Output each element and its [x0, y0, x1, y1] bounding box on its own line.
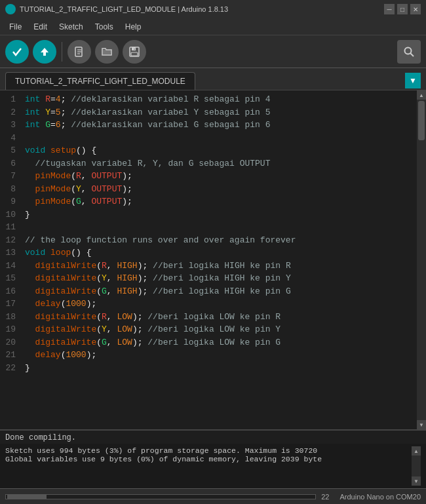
line-num-8: 8 [3, 183, 16, 196]
menu-bar: File Edit Sketch Tools Help [0, 18, 426, 35]
line-num-11: 11 [3, 221, 16, 234]
svg-line-10 [410, 53, 414, 56]
scroll-thumb[interactable] [418, 101, 425, 140]
output-scroll-up[interactable]: ▲ [412, 446, 421, 456]
output-log-text: Sketch uses 994 bytes (3%) of program st… [5, 446, 412, 486]
line-num-15: 15 [3, 272, 16, 285]
minimize-button[interactable]: ─ [384, 4, 395, 14]
save-icon [128, 46, 140, 58]
menu-help[interactable]: Help [120, 21, 147, 33]
line-num-7: 7 [3, 170, 16, 183]
line-num-9: 9 [3, 195, 16, 208]
output-log: Sketch uses 994 bytes (3%) of program st… [0, 444, 426, 488]
output-area: Done compiling. Sketch uses 994 bytes (3… [0, 429, 426, 488]
checkmark-icon [11, 46, 23, 58]
app-icon [5, 4, 16, 14]
title-bar: TUTORIAL_2_TRAFFIC_LIGHT_LED_MODULE | Ar… [0, 0, 426, 18]
output-scroll-down[interactable]: ▼ [412, 476, 421, 486]
status-line-number: 22 [321, 493, 329, 501]
status-bar: 22 Arduino Nano on COM20 [0, 488, 426, 504]
line-num-19: 19 [3, 323, 16, 336]
line-num-18: 18 [3, 311, 16, 324]
title-bar-text: TUTORIAL_2_TRAFFIC_LIGHT_LED_MODULE | Ar… [20, 5, 380, 13]
line-num-6: 6 [3, 157, 16, 170]
line-num-16: 16 [3, 285, 16, 298]
upload-button[interactable] [33, 40, 56, 64]
line-num-12: 12 [3, 234, 16, 247]
output-line-1: Sketch uses 994 bytes (3%) of program st… [5, 446, 412, 455]
svg-rect-7 [131, 52, 138, 56]
open-button[interactable] [95, 40, 119, 64]
new-file-icon [73, 46, 85, 58]
output-scrollbar[interactable]: ▲ ▼ [412, 446, 421, 486]
line-num-17: 17 [3, 298, 16, 311]
line-num-1: 1 [3, 93, 16, 106]
line-num-3: 3 [3, 119, 16, 132]
save-button[interactable] [123, 40, 146, 64]
scroll-down-button[interactable]: ▼ [417, 420, 426, 429]
tab-main[interactable]: TUTORIAL_2_TRAFFIC_LIGHT_LED_MODULE [5, 72, 195, 90]
toolbar-separator-1 [62, 42, 62, 62]
maximize-button[interactable]: □ [397, 4, 408, 14]
upload-arrow-icon [39, 46, 50, 58]
svg-marker-0 [41, 48, 48, 56]
line-num-2: 2 [3, 106, 16, 119]
line-num-5: 5 [3, 144, 16, 157]
tab-bar: TUTORIAL_2_TRAFFIC_LIGHT_LED_MODULE ▼ [0, 68, 426, 90]
window-controls: ─ □ ✕ [384, 4, 421, 14]
line-numbers: 1 2 3 4 5 6 7 8 9 10 11 12 13 14 15 16 1… [0, 90, 20, 429]
menu-edit[interactable]: Edit [28, 21, 52, 33]
code-editor[interactable]: int R=4; //deklarasikan variabel R sebag… [20, 90, 417, 429]
status-board-info: Arduino Nano on COM20 [339, 493, 421, 501]
line-num-22: 22 [3, 362, 16, 375]
output-line-2: Global variables use 9 bytes (0%) of dyn… [5, 455, 412, 463]
toolbar [0, 35, 426, 68]
svg-rect-6 [132, 47, 136, 50]
line-num-14: 14 [3, 260, 16, 273]
line-num-20: 20 [3, 336, 16, 349]
line-num-4: 4 [3, 132, 16, 145]
scroll-up-button[interactable]: ▲ [417, 90, 426, 100]
output-status: Done compiling. [0, 431, 426, 444]
search-button[interactable] [397, 40, 421, 64]
menu-sketch[interactable]: Sketch [54, 21, 88, 33]
line-num-13: 13 [3, 246, 16, 260]
menu-file[interactable]: File [4, 21, 27, 33]
horizontal-scrollbar[interactable] [5, 494, 316, 499]
line-num-21: 21 [3, 349, 16, 362]
editor-area: 1 2 3 4 5 6 7 8 9 10 11 12 13 14 15 16 1… [0, 90, 426, 429]
verify-button[interactable] [5, 40, 29, 64]
h-scroll-thumb [7, 495, 47, 499]
close-button[interactable]: ✕ [410, 4, 421, 14]
editor-scrollbar[interactable]: ▲ ▼ [417, 90, 426, 429]
search-icon [403, 46, 415, 58]
tab-dropdown-button[interactable]: ▼ [405, 73, 421, 88]
line-num-10: 10 [3, 208, 16, 222]
menu-tools[interactable]: Tools [90, 21, 119, 33]
new-button[interactable] [68, 40, 91, 64]
open-folder-icon [101, 46, 113, 58]
